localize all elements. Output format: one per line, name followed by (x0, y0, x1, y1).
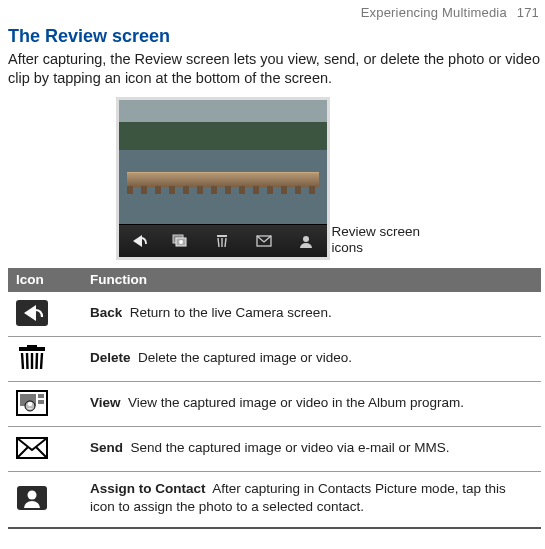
table-cell-function: View View the captured image or video in… (82, 382, 541, 427)
section-title: The Review screen (8, 24, 541, 48)
table-cell-function: Send Send the captured image or video vi… (82, 427, 541, 472)
send-icon[interactable] (251, 230, 277, 252)
back-icon[interactable] (126, 230, 152, 252)
view-icon[interactable] (168, 230, 194, 252)
screenshot-caption: Review screen icons (332, 224, 434, 260)
table-row: Send Send the captured image or video vi… (8, 427, 541, 472)
table-row: Assign to Contact After capturing in Con… (8, 472, 541, 528)
table-header-function: Function (82, 268, 541, 292)
page-number: 171 (517, 5, 539, 20)
view-icon (16, 390, 48, 416)
table-row: Back Return to the live Camera screen. (8, 292, 541, 337)
table-row: View View the captured image or video in… (8, 382, 541, 427)
delete-icon[interactable] (209, 230, 235, 252)
back-icon (16, 300, 48, 326)
table-cell-function: Back Return to the live Camera screen. (82, 292, 541, 337)
review-screen-screenshot (116, 97, 330, 260)
table-row: Delete Delete the captured image or vide… (8, 337, 541, 382)
running-header: Experiencing Multimedia 171 (8, 4, 541, 22)
send-icon (16, 435, 48, 461)
review-toolbar (119, 224, 327, 257)
chapter-title: Experiencing Multimedia (361, 5, 507, 20)
table-cell-function: Assign to Contact After capturing in Con… (82, 472, 541, 528)
table-cell-function: Delete Delete the captured image or vide… (82, 337, 541, 382)
icon-function-table: Icon Function Back Return to the live Ca… (8, 268, 541, 529)
table-header-icon: Icon (8, 268, 82, 292)
screenshot-figure: Review screen icons (8, 97, 541, 260)
assign-to-contact-icon[interactable] (293, 230, 319, 252)
captured-photo-preview (119, 100, 327, 224)
delete-icon (16, 345, 48, 371)
assign-to-contact-icon (16, 485, 48, 511)
section-intro: After capturing, the Review screen lets … (8, 50, 541, 89)
